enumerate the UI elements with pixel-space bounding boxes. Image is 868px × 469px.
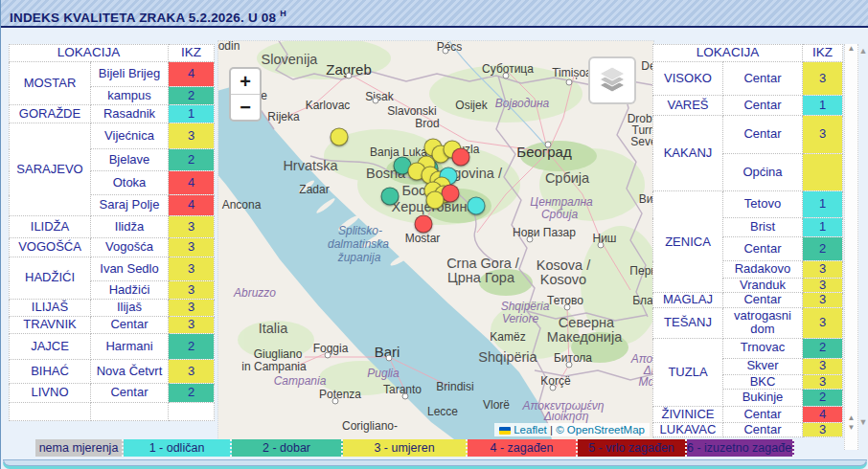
municipality-cell: LUKAVAC [653,422,723,436]
station-name-cell: Hadžići [91,281,169,300]
right-stations-table: LOKACIJA IKZ VISOKOCentar3VAREŠCentar1KA… [652,44,843,437]
osm-link[interactable]: © OpenStreetMap [556,424,645,436]
station-name-cell: Bukinje [723,389,803,406]
column-header-lokacija: LOKACIJA [10,45,169,62]
station-name-cell: Centar [723,422,803,436]
station-name-cell: Radakovo [723,261,803,279]
column-header-lokacija: LOKACIJA [653,45,803,62]
aqi-marker[interactable] [452,148,470,167]
leaflet-map[interactable]: odinSlovenijaZagrebPécsСуботицаTimișoarD… [217,40,654,440]
station-row: MAGLAJCentar3 [653,293,843,307]
ikz-value-cell: 4 [169,62,215,87]
ikz-value-cell: 2 [169,149,215,171]
map-city-dot [566,362,573,368]
station-name-cell: Centar [723,62,803,96]
station-name-cell: Saraj Polje [91,195,169,216]
ikz-value-cell: 3 [169,216,215,238]
page-scrollbar[interactable]: ▲ ▼ [857,46,868,450]
ikz-value-cell: 1 [803,191,843,218]
right-table-scrollbar[interactable]: ▲ ▲ ▼ [844,44,858,450]
aqi-marker[interactable] [415,215,433,234]
station-name-cell: Ilidža [91,216,169,238]
municipality-cell: KAKANJ [653,116,723,191]
ikz-value-cell: 1 [169,105,215,123]
map-city-dot [386,355,393,362]
station-row: HADŽIĆIIvan Sedlo3 [10,257,215,281]
station-name-cell: Vijećnica [91,123,169,149]
station-row: KAKANJCentar3 [653,116,843,154]
station-name-cell: Bjelave [91,149,169,171]
station-name-cell: Otoka [91,171,169,195]
municipality-cell: BIHAĆ [10,360,91,384]
station-name-cell: Centar [91,384,169,403]
station-name-cell: Ivan Sedlo [91,257,169,281]
station-row: BIHAĆNova Četvrt3 [10,360,215,384]
scrollbar-track[interactable] [857,56,868,417]
ikz-value-cell: 3 [803,374,843,389]
ikz-value-cell: 3 [803,358,843,374]
municipality-cell: VISOKO [653,62,723,96]
scroll-up-arrow[interactable]: ▲ [845,44,857,54]
scroll-up-arrow[interactable]: ▲ [845,413,857,423]
municipality-cell: SARAJEVO [10,123,91,216]
station-row: TUZLATrnovac2 [653,338,843,358]
station-name-cell: Tetovo [723,191,803,218]
station-name-cell: Centar [723,96,803,116]
scrollbar-track[interactable] [845,54,857,413]
map-city-dot [598,242,605,249]
map-city-dot [566,79,573,86]
aqi-marker[interactable] [331,128,349,146]
municipality-cell: GORAŽDE [10,105,91,123]
municipality-cell [10,403,91,421]
station-row: VAREŠCentar1 [653,96,843,116]
map-city-dot [443,48,449,55]
ikz-value-cell: 2 [803,338,843,358]
municipality-cell: ŽIVINICE [653,406,723,422]
page-title-hour-sup: H [280,9,286,18]
map-zoom-in-button[interactable]: + [231,69,260,95]
station-row: ILIDŽAIlidža3 [10,216,215,238]
scroll-down-arrow[interactable]: ▼ [857,417,868,427]
ikz-value-cell: 2 [169,334,215,360]
station-name-cell: Rasadnik [91,105,169,123]
station-row: TRAVNIKCentar3 [10,317,215,334]
municipality-cell: JAJCE [10,334,91,360]
municipality-cell: LIVNO [10,384,91,403]
map-city-dot [373,98,379,104]
ikz-value-cell: 1 [803,218,843,237]
aqi-marker[interactable] [381,188,400,206]
window-bottom-edge [3,459,867,466]
aqi-marker[interactable] [468,197,486,215]
scroll-down-arrow[interactable]: ▼ [845,423,857,433]
station-name-cell: Vranduk [723,279,803,293]
map-city-dot [503,73,510,79]
ikz-value-cell: 4 [169,171,215,195]
legend-item: 3 - umjeren [343,439,468,457]
ikz-value-cell: 3 [169,238,215,257]
column-header-ikz: IKZ [803,45,843,62]
map-city-dot [527,236,534,243]
municipality-cell: ZENICA [653,191,723,293]
ikz-value-cell: 3 [803,62,843,96]
ikz-value-cell [169,403,215,421]
legend-item: 1 - odličan [124,439,232,457]
station-name-cell: Skver [723,358,803,374]
title-bar: INDEKS KVALITETA ZRAKA 5.2.2026. U 08 H [1,0,868,28]
layers-icon [598,67,627,94]
leaflet-link[interactable]: Leaflet [514,424,547,436]
map-city-dot [346,73,353,79]
map-layers-control[interactable] [588,56,636,104]
column-header-ikz: IKZ [169,45,215,62]
station-name-cell: Harmani [91,334,169,360]
ikz-value-cell: 2 [169,87,215,105]
ikz-value-cell: 3 [803,307,843,338]
map-zoom-control: + − [229,67,262,122]
aqi-marker[interactable] [426,191,445,210]
station-row: SARAJEVOVijećnica3 [10,123,215,149]
map-zoom-out-button[interactable]: − [231,95,260,120]
station-name-cell: Nova Četvrt [91,360,169,384]
station-row: MOSTARBijeli Brijeg4 [10,62,215,87]
municipality-cell: MOSTAR [10,62,91,105]
station-row: VOGOŠĆAVogošća3 [10,238,215,257]
scroll-up-arrow[interactable]: ▲ [857,46,868,56]
